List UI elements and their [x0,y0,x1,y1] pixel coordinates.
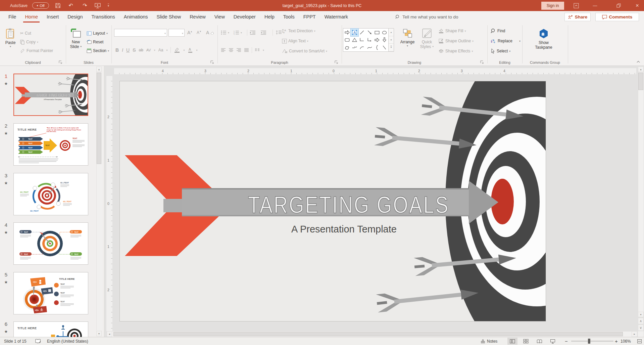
columns-icon[interactable] [255,48,260,52]
thumbnails-scroll-down-button[interactable]: ▾ [96,331,102,336]
slide-thumbnail-1[interactable] [13,74,88,116]
tab-review[interactable]: Review [185,11,210,23]
layout-button[interactable]: Layout ▾ [87,30,108,37]
font-size-combo[interactable]: ▾ [168,29,185,37]
paragraph-dialog-launcher[interactable] [334,60,338,64]
align-left-icon[interactable] [221,48,226,52]
font-color-button[interactable]: A [188,47,193,53]
paste-button[interactable]: Paste ▾ [3,27,18,59]
gallery-scroll-down[interactable]: ▾ [389,36,394,44]
canvas-scroll-up-button[interactable]: ▴ [638,67,644,72]
align-center-icon[interactable] [229,48,234,52]
bullets-button[interactable]: ▾ [221,29,229,36]
shape-elbow-connector[interactable] [358,36,366,44]
canvas-vertical-scrollbar-thumb[interactable] [638,73,643,90]
canvas-vertical-scrollbar-track[interactable] [638,72,644,312]
numbering-button[interactable]: 123 ▾ [234,29,242,36]
bold-button[interactable]: B [115,46,119,54]
drawing-dialog-launcher[interactable] [480,60,484,64]
language-indicator[interactable]: English (United States) [47,337,88,345]
tab-help[interactable]: Help [260,11,279,23]
tab-home[interactable]: Home [20,11,42,23]
tab-animations[interactable]: Animations [119,11,152,23]
strikethrough-ab-button[interactable]: ab [139,46,143,54]
shape-freeform[interactable] [343,44,351,51]
save-button[interactable] [53,0,62,11]
align-right-icon[interactable] [236,48,241,52]
format-painter-button[interactable]: Format Painter [20,47,53,54]
share-button[interactable]: Share [564,13,591,21]
tab-fppt[interactable]: FPPT [299,11,320,23]
sign-in-button[interactable]: Sign in [541,2,564,10]
canvas-scroll-down-button[interactable]: ▾ [638,312,644,317]
zoom-level[interactable]: 106% [621,337,631,345]
convert-smartart-button[interactable]: Convert to SmartArt ▾ [282,47,327,55]
clipboard-dialog-launcher[interactable] [58,60,62,64]
autosave-toggle[interactable]: ● Off [32,2,49,9]
start-slideshow-button[interactable] [93,0,102,11]
collapse-ribbon-button[interactable] [635,59,641,64]
cut-button[interactable]: ✂ Cut [20,30,31,37]
shape-block-arrow-down[interactable] [381,36,388,44]
shape-curve[interactable] [366,44,373,51]
change-case-button[interactable]: Aa [158,46,163,54]
font-name-combo[interactable]: ▾ [114,29,167,37]
align-text-button[interactable]: Align Text ▾ [282,37,308,45]
previous-slide-button[interactable]: ∧ [638,318,644,324]
notes-button[interactable]: Notes [481,337,497,345]
reading-view-button[interactable] [534,338,544,345]
slide-thumbnail-4[interactable]: TEXT TEXT TEXT TEXT [13,222,88,265]
zoom-out-button[interactable]: − [565,337,568,345]
thumbnails-scrollbar-thumb[interactable] [97,73,101,164]
slide-thumbnail-6[interactable]: TITLE HERE [13,321,88,337]
character-spacing-button[interactable]: AV [146,46,151,54]
proofing-button[interactable] [35,337,41,345]
shape-line-arrow[interactable] [366,29,373,36]
increase-indent-button[interactable] [260,29,266,36]
slide-canvas[interactable]: TARGETING GOALS A Presentation Template [119,81,546,321]
text-direction-button[interactable]: A Text Direction ▾ [282,27,315,35]
shape-scribble[interactable] [351,44,358,51]
font-dialog-launcher[interactable] [210,60,214,64]
shape-text-box[interactable]: A [351,29,358,36]
section-button[interactable]: Section ▾ [87,47,109,54]
undo-button[interactable]: ↶ [66,0,75,11]
tab-slide-show[interactable]: Slide Show [152,11,186,23]
canvas-scroll-left-button[interactable]: ◂ [107,331,112,337]
decrease-indent-button[interactable] [250,29,256,36]
comments-button[interactable]: Comments [595,13,639,21]
slide-sorter-view-button[interactable] [521,338,531,345]
shape-oval[interactable] [381,29,388,36]
shape-line[interactable] [358,29,366,36]
shape-rounded-rectangle[interactable] [343,36,351,44]
tab-file[interactable]: File [4,11,20,23]
shape-elbow-arrow-connector[interactable] [366,36,373,44]
thumbnails-scroll-up-button[interactable]: ▴ [96,67,102,72]
copy-button[interactable]: Copy ▾ [20,38,38,46]
canvas-horizontal-scrollbar-thumb[interactable] [113,332,623,336]
find-button[interactable]: Find [491,27,505,35]
quick-styles-button[interactable]: Quick Styles ▾ [418,27,436,59]
shape-triangle[interactable] [351,36,358,44]
slide-thumbnail-2[interactable]: TITLE HERE *Note: All icons on Slides 1-… [13,123,88,166]
shape-arrow-right[interactable] [343,29,351,36]
slide-show-view-button[interactable] [548,338,558,345]
slide-indicator[interactable]: Slide 1 of 15 [4,337,27,345]
close-button[interactable]: ✕ [632,0,643,11]
reset-button[interactable]: Reset [87,38,103,46]
shape-fill-button[interactable]: Shape Fill ▾ [438,27,466,35]
tab-developer[interactable]: Developer [229,11,260,23]
zoom-in-button[interactable]: + [615,337,618,345]
minimize-button[interactable]: — [589,0,601,11]
shape-effects-button[interactable]: Shape Effects ▾ [438,47,473,55]
shape-line-2[interactable] [381,44,388,51]
next-slide-button[interactable]: ∨ [638,325,644,331]
fit-to-window-button[interactable] [636,338,643,345]
shape-block-arrow-right[interactable] [373,36,381,44]
tab-design[interactable]: Design [63,11,87,23]
shrink-font-button[interactable]: A▾ [197,29,201,36]
redo-button[interactable]: ↷ [81,0,89,11]
canvas-scroll-right-button[interactable]: ▸ [632,331,637,337]
customize-qat-button[interactable]: ▾ [105,0,111,11]
justify-icon[interactable] [244,48,249,52]
